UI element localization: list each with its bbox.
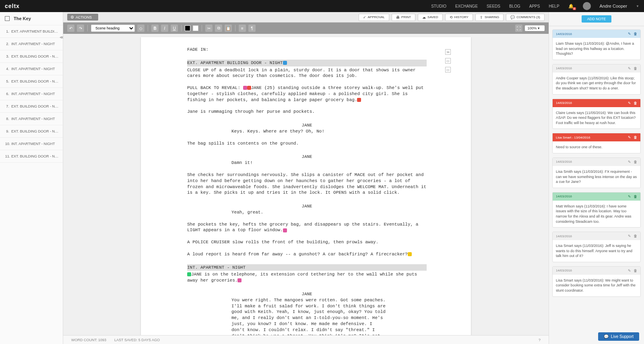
nav-apps[interactable]: APPS — [529, 4, 540, 8]
delete-note-icon[interactable]: 🗑 — [634, 66, 637, 70]
sharing-button[interactable]: ⇪SHARING — [475, 14, 504, 21]
note-marker-icon[interactable] — [187, 272, 191, 276]
scene-name: EXT. BUILDING DOOR - NIGHT — [11, 104, 59, 108]
scene-list-item[interactable]: 3.EXT. BUILDING DOOR - NIGHT — [0, 50, 63, 63]
note-card[interactable]: 14/03/2016✎🗑Lisa Smart says (11/03/2016)… — [552, 232, 641, 262]
history-button[interactable]: ⟲HISTORY — [445, 14, 473, 21]
live-support-widget[interactable]: 💬Live Support — [598, 332, 639, 341]
scene-list-item[interactable]: 6.INT. APARTMENT - NIGHT — [0, 88, 63, 100]
bold-button[interactable]: B — [151, 25, 159, 32]
delete-note-icon[interactable]: 🗑 — [634, 32, 637, 36]
notes-panel: ADD NOTE 14/03/2016✎🗑Liam Shaw says (11/… — [549, 12, 644, 344]
dual-dialog-button[interactable]: ≡ — [239, 25, 246, 32]
nav-exchange[interactable]: EXCHANGE — [455, 4, 478, 8]
scene-list-item[interactable]: 2.INT. APARTMENT - NIGHT — [0, 38, 63, 50]
note-card[interactable]: 14/03/2016✎🗑Andre Cooper says (11/05/201… — [552, 64, 641, 95]
user-name[interactable]: Andre Cooper — [600, 4, 627, 8]
expand-notes-icon[interactable]: ≫ — [445, 49, 451, 55]
word-count: WORD COUNT: 1093 — [71, 338, 106, 342]
paste-button[interactable]: 📋 — [225, 25, 232, 32]
italic-button[interactable]: I — [161, 25, 168, 32]
note-card[interactable]: 14/03/2016✎🗑Lisa Smart says (11/03/2016)… — [552, 266, 641, 297]
note-marker-button[interactable]: ¶ — [248, 25, 256, 32]
script-page[interactable]: FADE IN: EXT. APARTMENT BUILDING DOOR - … — [141, 37, 471, 335]
element-type-select[interactable]: Scene heading — [91, 25, 135, 32]
delete-note-icon[interactable]: 🗑 — [634, 135, 637, 139]
scene-list-item[interactable]: 1.EXT. APARTMENT BUILDING DOOR - ... — [0, 25, 63, 38]
panel-toggle-icon[interactable]: ▭ — [445, 67, 451, 73]
editor-scroll-area[interactable]: FADE IN: EXT. APARTMENT BUILDING DOOR - … — [63, 34, 549, 335]
edit-note-icon[interactable]: ✎ — [628, 32, 631, 36]
note-marker-icon[interactable] — [283, 228, 287, 232]
delete-note-icon[interactable]: 🗑 — [634, 160, 637, 164]
scene-list-item[interactable]: 10.INT. APARTMENT - NIGHT — [0, 138, 63, 150]
undo-button[interactable]: ↶ — [67, 25, 74, 32]
text-color-swatch[interactable] — [185, 25, 190, 31]
scene-heading-1[interactable]: EXT. APARTMENT BUILDING DOOR - NIGHT — [187, 60, 427, 66]
scene-list-item[interactable]: 4.INT. APARTMENT - NIGHT — [0, 63, 63, 75]
scene-list-item[interactable]: 7.EXT. BUILDING DOOR - NIGHT — [0, 100, 63, 113]
action-text: JANE is on the telephone, its extension … — [187, 271, 427, 284]
approval-button[interactable]: ✓APPROVAL — [359, 14, 390, 21]
actions-toolbar: ⚙ACTIONS▾ ✓APPROVAL 🖶PRINT ☁SAVED ⟲HISTO… — [63, 12, 549, 23]
nav-help[interactable]: HELP — [549, 4, 559, 8]
nav-blog[interactable]: BLOG — [509, 4, 520, 8]
edit-note-icon[interactable]: ✎ — [628, 195, 631, 199]
help-icon[interactable]: ? — [539, 338, 541, 342]
note-card[interactable]: 14/03/2016✎🗑Claire Lewis says (11/05/201… — [552, 99, 641, 129]
saved-button[interactable]: ☁SAVED — [418, 14, 443, 21]
panel-toggle-icon[interactable]: ▭ — [445, 58, 451, 64]
note-marker-icon[interactable] — [283, 61, 287, 65]
note-date: 14/03/2016 — [556, 66, 572, 70]
cut-button[interactable]: ✂ — [205, 25, 213, 32]
edit-note-icon[interactable]: ✎ — [628, 66, 631, 70]
edit-note-icon[interactable]: ✎ — [628, 135, 631, 139]
note-card[interactable]: 14/03/2016✎🗑Lisa Smith says (11/03/2016)… — [552, 157, 641, 188]
scene-list-item[interactable]: 8.INT. APARTMENT - NIGHT — [0, 113, 63, 125]
nav-seeds[interactable]: SEEDS — [487, 4, 500, 8]
grid-icon — [5, 16, 10, 21]
avatar[interactable] — [583, 2, 591, 10]
delete-note-icon[interactable]: 🗑 — [634, 195, 637, 199]
note-card[interactable]: 14/03/2016✎🗑Liam Shaw says (11/03/2016):… — [552, 29, 641, 60]
scene-name: EXT. BUILDING DOOR - NIGHT — [11, 54, 59, 58]
edit-note-icon[interactable]: ✎ — [628, 269, 631, 273]
scene-list-item[interactable]: 9.EXT. BUILDING DOOR - NIGHT — [0, 125, 63, 138]
note-card[interactable]: 14/03/2016✎🗑Matt Wilson says (11/03/2016… — [552, 192, 641, 228]
note-body: Matt Wilson says (11/03/2016): I have so… — [553, 201, 640, 227]
notification-icon[interactable]: 🔔4 — [568, 4, 574, 9]
chevron-down-icon[interactable]: ▼ — [636, 4, 639, 8]
actions-menu-button[interactable]: ⚙ACTIONS▾ — [67, 14, 98, 21]
tag-button[interactable]: ◇ — [137, 25, 144, 32]
note-card[interactable]: Lisa Smart - 13/04/2016✎🗑Need to source … — [552, 133, 641, 153]
project-title-row[interactable]: The Key — [0, 12, 63, 25]
nav-studio[interactable]: STUDIO — [431, 4, 446, 8]
highlight-swatch[interactable] — [193, 25, 198, 31]
action-text: CLOSE UP of a deadbolt lock in a plain, … — [187, 67, 427, 79]
add-note-button[interactable]: ADD NOTE — [582, 15, 612, 23]
note-marker-icon[interactable] — [237, 278, 242, 282]
underline-button[interactable]: U — [171, 25, 178, 32]
note-header: 14/03/2016✎🗑 — [553, 99, 640, 107]
zoom-select[interactable]: 100% ▾ — [525, 25, 545, 31]
comments-button[interactable]: 💬COMMENTS (3) — [506, 14, 545, 21]
note-marker-icon[interactable] — [247, 86, 251, 90]
scene-list-item[interactable]: 11.EXT. BUILDING DOOR - NIGHT — [0, 150, 63, 163]
scene-heading-2[interactable]: INT. APARTMENT - NIGHT — [187, 264, 427, 271]
delete-note-icon[interactable]: 🗑 — [634, 101, 637, 105]
delete-note-icon[interactable]: 🗑 — [634, 234, 637, 238]
delete-note-icon[interactable]: 🗑 — [634, 269, 637, 273]
note-marker-icon[interactable] — [408, 252, 412, 256]
edit-note-icon[interactable]: ✎ — [628, 101, 631, 105]
edit-note-icon[interactable]: ✎ — [628, 160, 631, 164]
scene-name: INT. APARTMENT - NIGHT — [11, 117, 59, 121]
copy-button[interactable]: ⧉ — [215, 25, 222, 32]
scene-list-item[interactable]: 5.EXT. BUILDING DOOR - NIGHT — [0, 75, 63, 88]
redo-button[interactable]: ↷ — [77, 25, 84, 32]
print-button[interactable]: 🖶PRINT — [392, 14, 415, 21]
note-marker-icon[interactable] — [243, 86, 247, 90]
fullscreen-button[interactable]: ⛶ — [515, 25, 522, 32]
note-marker-icon[interactable] — [357, 98, 361, 102]
scene-number: 3. — [4, 54, 11, 58]
edit-note-icon[interactable]: ✎ — [628, 234, 631, 238]
